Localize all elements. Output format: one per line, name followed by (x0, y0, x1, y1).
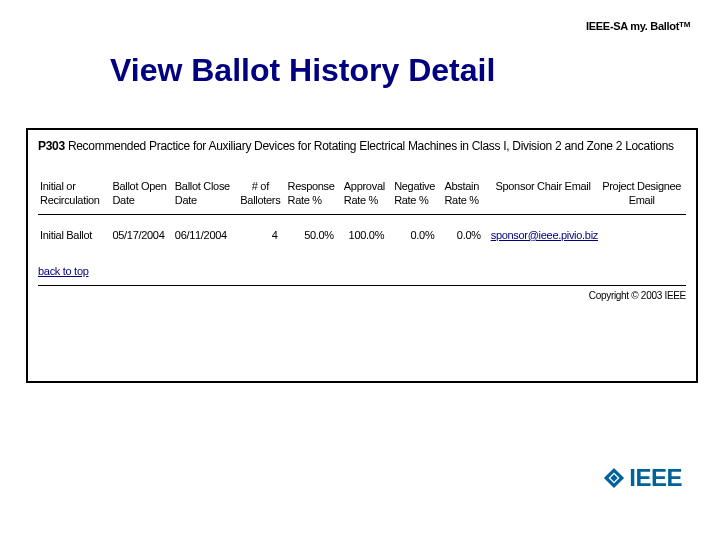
cell-abstain: 0.0% (442, 214, 488, 243)
project-description: P303 Recommended Practice for Auxiliary … (38, 138, 686, 154)
history-table: Initial or Recirculation Ballot Open Dat… (38, 178, 686, 243)
project-text: Recommended Practice for Auxiliary Devic… (68, 139, 674, 153)
ieee-logo-text: IEEE (629, 464, 682, 492)
col-close: Ballot Close Date (173, 178, 235, 214)
cell-approval: 100.0% (342, 214, 392, 243)
cell-sponsor-email: sponsor@ieee.pivio.biz (489, 214, 598, 243)
col-open: Ballot Open Date (110, 178, 172, 214)
divider (38, 285, 686, 286)
col-balloters: # of Balloters (235, 178, 285, 214)
page-title: View Ballot History Detail (110, 52, 495, 89)
history-table-wrap: Initial or Recirculation Ballot Open Dat… (38, 178, 686, 243)
col-sponsor-email: Sponsor Chair Email (489, 178, 598, 214)
cell-balloters: 4 (235, 214, 285, 243)
content-frame: P303 Recommended Practice for Auxiliary … (26, 128, 698, 383)
col-abstain: Abstain Rate % (442, 178, 488, 214)
table-header-row: Initial or Recirculation Ballot Open Dat… (38, 178, 686, 214)
brand-prefix: IEEE-SA (586, 20, 630, 32)
ieee-diamond-icon (603, 467, 625, 489)
col-approval: Approval Rate % (342, 178, 392, 214)
cell-close: 06/11/2004 (173, 214, 235, 243)
ieee-logo: IEEE (603, 464, 682, 492)
cell-type: Initial Ballot (38, 214, 110, 243)
col-designee-email: Project Designee Email (597, 178, 686, 214)
project-id: P303 (38, 139, 65, 153)
brand-tag: IEEE-SA my. BallotTM (586, 20, 690, 32)
cell-response: 50.0% (285, 214, 341, 243)
cell-designee-email (597, 214, 686, 243)
table-row: Initial Ballot 05/17/2004 06/11/2004 4 5… (38, 214, 686, 243)
col-negative: Negative Rate % (392, 178, 442, 214)
cell-negative: 0.0% (392, 214, 442, 243)
brand-tm: TM (679, 20, 690, 29)
back-to-top-link[interactable]: back to top (38, 265, 89, 277)
cell-open: 05/17/2004 (110, 214, 172, 243)
copyright: Copyright © 2003 IEEE (38, 290, 686, 301)
col-type: Initial or Recirculation (38, 178, 110, 214)
sponsor-email-link[interactable]: sponsor@ieee.pivio.biz (491, 229, 598, 241)
brand-name: my. Ballot (630, 20, 679, 32)
col-response: Response Rate % (285, 178, 341, 214)
